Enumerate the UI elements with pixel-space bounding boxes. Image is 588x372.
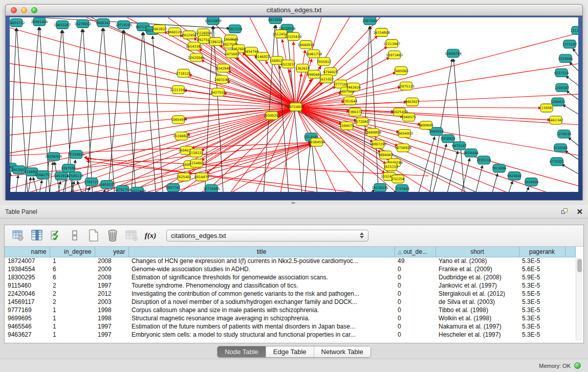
- table-cell[interactable]: 1: [50, 306, 95, 314]
- graph-node[interactable]: 9227314: [554, 69, 569, 77]
- table-scrollbar[interactable]: [576, 258, 582, 341]
- table-cell[interactable]: 2009: [95, 265, 128, 273]
- table-cell[interactable]: 1997: [95, 281, 128, 290]
- table-cell[interactable]: 5.9E-5: [519, 273, 565, 281]
- column-header-pagerank[interactable]: pagerank: [519, 247, 565, 257]
- graph-node[interactable]: 7915804: [492, 164, 507, 172]
- table-row[interactable]: 1456911722003Disruption of a novel membe…: [5, 298, 576, 306]
- graph-node[interactable]: 1615152: [383, 163, 398, 171]
- graph-node[interactable]: 10958107: [98, 181, 115, 189]
- graph-node[interactable]: 12213967: [383, 39, 400, 48]
- table-row[interactable]: 977716911998Corpus callosum shape and si…: [5, 306, 576, 314]
- graph-node[interactable]: 18640910: [297, 40, 314, 49]
- memory-status-indicator[interactable]: [574, 362, 581, 369]
- table-cell[interactable]: 0: [395, 306, 435, 314]
- table-row[interactable]: 1872400712008Changes of HCN gene express…: [5, 257, 576, 265]
- table-cell[interactable]: Wolkin et al. (1998): [435, 314, 519, 322]
- table-cell[interactable]: Embryonic stem cells: a model to study s…: [128, 331, 395, 339]
- table-cell[interactable]: 1: [50, 331, 95, 339]
- table-cell[interactable]: de Silva et al. (2003): [435, 298, 519, 306]
- graph-node[interactable]: 14136141: [372, 184, 388, 192]
- graph-node[interactable]: 8186328: [208, 37, 223, 46]
- graph-node[interactable]: 15276002: [74, 19, 91, 28]
- table-cell[interactable]: 0: [395, 314, 435, 322]
- graph-node[interactable]: 1949575: [401, 113, 416, 121]
- graph-node[interactable]: 8813054: [268, 17, 283, 24]
- table-cell[interactable]: 9463627: [5, 331, 50, 339]
- table-cell[interactable]: Stergiakouli et al. (2012): [435, 290, 519, 298]
- table-cell[interactable]: Estimation of the future numbers of pati…: [128, 322, 395, 331]
- graph-node[interactable]: 1112483: [571, 26, 578, 34]
- graph-node[interactable]: 7663822: [152, 25, 167, 33]
- column-header-title[interactable]: title: [128, 247, 395, 257]
- table-cell[interactable]: 5.3E-5: [519, 306, 565, 314]
- table-cell[interactable]: 0: [395, 265, 435, 273]
- table-cell[interactable]: Changes of HCN gene expression and I(f) …: [128, 257, 395, 265]
- table-cell[interactable]: 18724007: [5, 257, 50, 265]
- close-panel-icon[interactable]: ✕: [576, 208, 583, 215]
- graph-node[interactable]: 9146821: [255, 52, 270, 60]
- table-settings-icon[interactable]: [11, 228, 25, 243]
- graph-node[interactable]: 2603144: [214, 75, 229, 83]
- graph-node[interactable]: 18807299: [369, 140, 386, 148]
- table-cell[interactable]: 5.3E-5: [519, 314, 565, 322]
- table-cell[interactable]: Investigating the contribution of common…: [128, 290, 395, 298]
- graph-node[interactable]: 7955812: [316, 57, 331, 65]
- window-titlebar[interactable]: citations_edges.txt: [6, 5, 582, 16]
- table-cell[interactable]: 5.3E-5: [519, 298, 565, 306]
- graph-node[interactable]: 10756928: [395, 144, 411, 152]
- graph-node[interactable]: 2351644: [342, 97, 357, 105]
- tab-network-table[interactable]: Network Table: [314, 346, 371, 357]
- graph-node[interactable]: 252254: [391, 175, 404, 183]
- table-cell[interactable]: 1998: [95, 306, 128, 314]
- graph-node[interactable]: 6522037: [281, 60, 296, 68]
- graph-node[interactable]: 19654923: [396, 129, 413, 138]
- graph-node[interactable]: 1621022: [319, 75, 334, 83]
- table-cell[interactable]: Genome-wide association studies in ADHD.: [128, 265, 395, 273]
- table-cell[interactable]: Tourette syndrome. Phenomenology and cla…: [128, 281, 395, 290]
- graph-node[interactable]: 20891406: [31, 17, 48, 26]
- table-cell[interactable]: 2: [50, 298, 95, 306]
- table-cell[interactable]: 0: [395, 290, 435, 298]
- table-row[interactable]: 911546021997Tourette syndrome. Phenomeno…: [5, 281, 576, 290]
- table-cell[interactable]: 1997: [95, 322, 128, 331]
- graph-node[interactable]: 12975115: [398, 82, 415, 90]
- table-row[interactable]: 946554611997Estimation of the future num…: [5, 322, 576, 331]
- graph-node[interactable]: 1461342: [549, 116, 563, 124]
- table-cell[interactable]: 1: [50, 257, 95, 265]
- select-columns-icon[interactable]: [30, 228, 44, 243]
- table-cell[interactable]: 6: [50, 273, 95, 281]
- table-row[interactable]: 1830029562008Estimation of significance …: [5, 273, 576, 281]
- graph-node[interactable]: 17359928: [68, 150, 84, 159]
- table-cell[interactable]: 5.6E-5: [519, 265, 565, 273]
- table-cell[interactable]: Structural magnetic resonance image aver…: [128, 314, 395, 322]
- table-cell[interactable]: 0: [395, 281, 435, 290]
- graph-node[interactable]: 2087682: [362, 17, 377, 25]
- table-row[interactable]: 1938455462009Genome-wide association stu…: [5, 265, 576, 273]
- table-cell[interactable]: 0: [395, 273, 435, 281]
- graph-node[interactable]: 9474444: [464, 149, 478, 157]
- table-cell[interactable]: 2008: [95, 257, 128, 265]
- table-cell[interactable]: 5.3E-5: [519, 257, 565, 265]
- graph-node[interactable]: 19384554: [308, 138, 325, 146]
- table-cell[interactable]: 2: [50, 281, 95, 290]
- graph-node[interactable]: 8912954: [182, 31, 197, 39]
- table-row[interactable]: 2242004622012Investigating the contribut…: [5, 290, 576, 298]
- graph-node[interactable]: 12923448: [129, 187, 146, 192]
- graph-node[interactable]: 9466161: [96, 18, 111, 27]
- split-grip[interactable]: [291, 202, 295, 204]
- table-select[interactable]: citations_edges.txt: [166, 230, 368, 242]
- graph-node[interactable]: 16648784: [445, 49, 462, 57]
- graph-node[interactable]: 16543382: [186, 42, 203, 50]
- graph-node[interactable]: 9824502: [507, 172, 522, 180]
- graph-node[interactable]: 7462626: [346, 83, 361, 91]
- network-canvas[interactable]: 1405571220891406106532871527600294661611…: [10, 17, 578, 192]
- graph-node[interactable]: 1733426: [395, 185, 409, 192]
- graph-node[interactable]: 16033809: [205, 17, 222, 25]
- graph-node[interactable]: 1244415: [551, 98, 565, 106]
- table-cell[interactable]: 0: [395, 322, 435, 331]
- table-cell[interactable]: 5.3E-5: [519, 322, 565, 331]
- graph-node[interactable]: 12213363: [170, 85, 187, 94]
- graph-node[interactable]: 20206505: [45, 152, 62, 161]
- table-cell[interactable]: 49: [395, 257, 435, 265]
